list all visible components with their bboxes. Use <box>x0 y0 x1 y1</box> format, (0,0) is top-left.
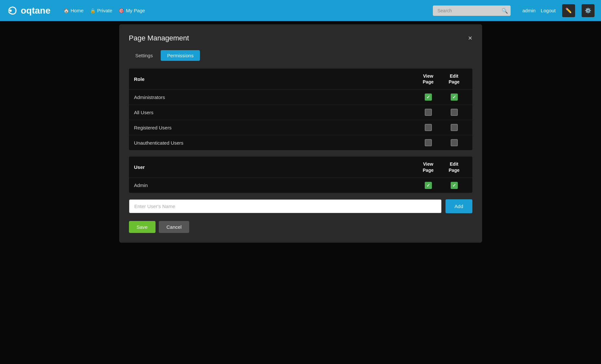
edit-page-column-header: EditPage <box>441 73 467 85</box>
admin-user-edit-checkbox[interactable] <box>451 182 458 189</box>
roles-permissions-table: Role ViewPage EditPage Administrators <box>129 69 472 150</box>
lock-icon: 🔒 <box>90 8 96 13</box>
save-button[interactable]: Save <box>129 221 156 233</box>
users-table-header: User ViewPage EditPage <box>129 157 472 178</box>
brand-name: oqtane <box>21 6 51 16</box>
roles-table-header: Role ViewPage EditPage <box>129 69 472 90</box>
registered-view-checkbox[interactable] <box>425 124 432 131</box>
modal-title: Page Management <box>129 34 189 42</box>
admin-user-view-checkbox[interactable] <box>425 182 432 189</box>
table-row: Admin <box>129 178 472 193</box>
tab-permissions[interactable]: Permissions <box>161 50 200 61</box>
nav-home[interactable]: 🏠 Home <box>64 8 84 13</box>
administrators-edit-checkbox[interactable] <box>451 94 458 101</box>
modal-tabs: Settings Permissions <box>129 50 472 61</box>
logout-link[interactable]: Logout <box>541 8 556 13</box>
user-admin: Admin <box>134 182 415 188</box>
unauth-edit-checkbox[interactable] <box>451 139 458 146</box>
allusers-edit-checkbox-cell <box>441 109 467 116</box>
username-label: admin <box>522 8 536 13</box>
unauth-view-checkbox-cell <box>415 139 441 146</box>
role-registered-users: Registered Users <box>134 125 415 130</box>
search-container: 🔍 <box>433 6 511 16</box>
nav-private[interactable]: 🔒 Private <box>90 8 112 13</box>
users-permissions-table: User ViewPage EditPage Admin <box>129 157 472 193</box>
table-row: Registered Users <box>129 120 472 135</box>
administrators-view-checkbox-cell <box>415 94 441 101</box>
action-buttons: Save Cancel <box>129 221 472 233</box>
home-icon: 🏠 <box>64 8 69 13</box>
user-edit-page-column-header: EditPage <box>441 161 467 173</box>
user-column-header: User <box>134 164 415 170</box>
admin-user-view-checkbox-cell <box>415 182 441 189</box>
table-row: All Users <box>129 105 472 120</box>
allusers-view-checkbox[interactable] <box>425 109 432 116</box>
administrators-view-checkbox[interactable] <box>425 94 432 101</box>
settings-gear-button[interactable]: ⚙️ <box>582 4 595 17</box>
allusers-view-checkbox-cell <box>415 109 441 116</box>
registered-view-checkbox-cell <box>415 124 441 131</box>
modal-header: Page Management × <box>129 34 472 42</box>
cancel-button[interactable]: Cancel <box>159 221 190 233</box>
edit-pencil-button[interactable]: ✏️ <box>562 4 575 17</box>
tab-settings[interactable]: Settings <box>129 50 159 61</box>
modal-overlay: Page Management × Settings Permissions R… <box>0 21 601 364</box>
view-page-column-header: ViewPage <box>415 73 441 85</box>
administrators-edit-checkbox-cell <box>441 94 467 101</box>
search-input[interactable] <box>433 6 511 16</box>
table-row: Administrators <box>129 90 472 105</box>
role-administrators: Administrators <box>134 94 415 100</box>
page-management-modal: Page Management × Settings Permissions R… <box>119 24 482 243</box>
svg-point-0 <box>9 9 12 12</box>
nav-links: 🏠 Home 🔒 Private 🎯 My Page <box>64 8 426 13</box>
unauth-view-checkbox[interactable] <box>425 139 432 146</box>
navbar: oqtane 🏠 Home 🔒 Private 🎯 My Page 🔍 admi… <box>0 0 601 21</box>
page-icon: 🎯 <box>119 8 124 13</box>
unauth-edit-checkbox-cell <box>441 139 467 146</box>
user-view-page-column-header: ViewPage <box>415 161 441 173</box>
registered-edit-checkbox-cell <box>441 124 467 131</box>
table-row: Unauthenticated Users <box>129 135 472 150</box>
user-name-input[interactable] <box>129 199 442 213</box>
nav-user-area: admin Logout <box>522 8 556 13</box>
page-background: Page Management × Settings Permissions R… <box>0 21 601 364</box>
nav-mypage[interactable]: 🎯 My Page <box>119 8 145 13</box>
add-user-button[interactable]: Add <box>445 199 472 213</box>
brand-logo: oqtane <box>6 5 51 17</box>
allusers-edit-checkbox[interactable] <box>451 109 458 116</box>
admin-user-edit-checkbox-cell <box>441 182 467 189</box>
role-column-header: Role <box>134 76 415 82</box>
registered-edit-checkbox[interactable] <box>451 124 458 131</box>
role-unauthenticated-users: Unauthenticated Users <box>134 140 415 146</box>
search-button[interactable]: 🔍 <box>502 7 508 14</box>
role-all-users: All Users <box>134 110 415 115</box>
user-input-row: Add <box>129 199 472 213</box>
modal-close-button[interactable]: × <box>468 35 472 42</box>
